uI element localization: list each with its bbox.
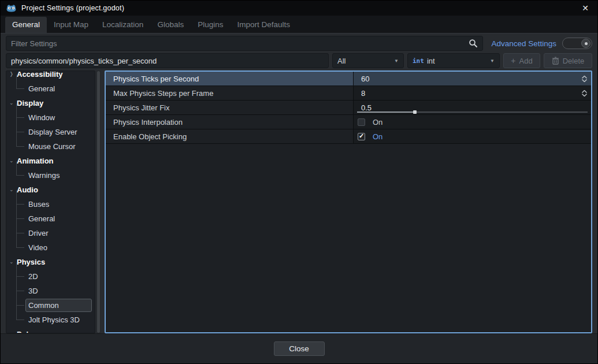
scrollbar-thumb[interactable] <box>97 71 100 333</box>
type-filter-dropdown[interactable]: int int ▼ <box>407 53 500 68</box>
checkbox-editor[interactable]: On <box>353 115 591 129</box>
tab-general[interactable]: General <box>5 17 47 33</box>
setting-label: Physics Jitter Fix <box>106 101 353 114</box>
chevron-down-icon: ⌄ <box>9 158 14 164</box>
property-path-value: physics/common/physics_ticks_per_second <box>11 57 157 65</box>
plus-icon: + <box>511 57 515 65</box>
project-settings-window: Project Settings (project.godot) ✕ Gener… <box>0 0 598 364</box>
checkbox-label: On <box>373 132 382 141</box>
tab-plugins[interactable]: Plugins <box>191 17 230 33</box>
settings-category-tree: ❭Accessibility General ⌄Display Window D… <box>6 70 95 333</box>
spinbox-editor[interactable]: 60 <box>353 72 591 86</box>
setting-label: Physics Interpolation <box>106 115 353 129</box>
setting-row-physics-jitter-fix[interactable]: Physics Jitter Fix 0.5 <box>106 101 591 115</box>
content-area: ❭Accessibility General ⌄Display Window D… <box>6 70 592 333</box>
advanced-settings-toggle[interactable] <box>562 38 592 49</box>
updown-arrows-icon[interactable] <box>582 76 587 82</box>
godot-logo-icon <box>6 4 16 13</box>
slider-value[interactable]: 0.5 <box>354 103 372 112</box>
checkbox-unchecked-icon[interactable] <box>358 118 365 126</box>
tree-item-general[interactable]: General <box>6 81 95 96</box>
filter-placeholder: Filter Settings <box>11 39 57 48</box>
title-bar: Project Settings (project.godot) ✕ <box>1 1 597 16</box>
tree-item-jolt-physics-3d[interactable]: Jolt Physics 3D <box>6 313 95 327</box>
tree-item-warnings[interactable]: Warnings <box>6 168 95 183</box>
setting-row-physics-interpolation[interactable]: Physics Interpolation On <box>106 115 591 129</box>
tree-item-video[interactable]: Video <box>6 240 95 255</box>
property-row: physics/common/physics_ticks_per_second … <box>6 53 592 68</box>
type-filter-value: int <box>427 57 435 65</box>
category-filter-value: All <box>337 57 346 65</box>
spinbox-value[interactable]: 8 <box>354 89 365 98</box>
delete-button[interactable]: Delete <box>544 53 592 68</box>
sidebar-scrollbar[interactable] <box>96 70 101 333</box>
setting-row-physics-ticks-per-second[interactable]: Physics Ticks per Second 60 <box>106 72 591 86</box>
tree: ❭Accessibility General ⌄Display Window D… <box>6 70 95 333</box>
checkbox-editor[interactable]: On <box>353 129 591 143</box>
property-path-input[interactable]: physics/common/physics_ticks_per_second <box>6 53 329 68</box>
tab-globals[interactable]: Globals <box>150 17 191 33</box>
checkbox-checked-icon[interactable] <box>358 133 365 140</box>
advanced-settings-label: Advanced Settings <box>491 39 556 48</box>
tab-import-defaults[interactable]: Import Defaults <box>230 17 297 33</box>
spinbox-editor[interactable]: 8 <box>353 86 591 100</box>
chevron-down-icon: ▼ <box>394 58 399 64</box>
tab-input-map[interactable]: Input Map <box>47 17 95 33</box>
delete-button-label: Delete <box>563 57 585 65</box>
window-title: Project Settings (project.godot) <box>21 4 124 12</box>
tree-item-mouse-cursor[interactable]: Mouse Cursor <box>6 139 95 154</box>
slider-fill <box>357 112 415 113</box>
close-button[interactable]: Close <box>274 341 325 356</box>
slider-editor[interactable]: 0.5 <box>353 101 591 114</box>
updown-arrows-icon[interactable] <box>582 90 587 96</box>
spinbox-value[interactable]: 60 <box>354 75 369 83</box>
settings-inspector-panel: Physics Ticks per Second 60 Max Physics … <box>105 70 592 333</box>
setting-row-max-physics-steps-per-frame[interactable]: Max Physics Steps per Frame 8 <box>106 86 591 101</box>
settings-tab-bar: General Input Map Localization Globals P… <box>1 16 597 34</box>
setting-row-enable-object-picking[interactable]: Enable Object Picking On <box>106 129 591 144</box>
chevron-down-icon: ⌄ <box>9 187 14 192</box>
chevron-down-icon: ▼ <box>490 58 495 64</box>
tab-localization[interactable]: Localization <box>95 17 150 33</box>
filter-row: Filter Settings Advanced Settings <box>6 36 592 51</box>
toggle-knob <box>581 39 590 48</box>
window-close-icon[interactable]: ✕ <box>579 3 592 13</box>
slider-track[interactable] <box>357 112 588 113</box>
trash-icon <box>552 57 559 65</box>
setting-label: Max Physics Steps per Frame <box>106 86 353 100</box>
chevron-down-icon: ❭ <box>9 71 14 77</box>
footer-bar: Close <box>1 333 597 363</box>
chevron-down-icon: ⌄ <box>9 100 14 106</box>
add-button[interactable]: + Add <box>503 53 540 68</box>
search-icon <box>469 39 478 48</box>
add-button-label: Add <box>519 57 533 65</box>
chevron-down-icon: ⌄ <box>9 259 14 265</box>
int-type-icon: int <box>413 57 424 65</box>
category-filter-dropdown[interactable]: All ▼ <box>332 53 404 68</box>
setting-label: Physics Ticks per Second <box>106 72 353 86</box>
tree-item-debug[interactable]: ⌄Debug <box>6 327 95 333</box>
sidebar-wrap: ❭Accessibility General ⌄Display Window D… <box>6 70 101 333</box>
slider-grabber[interactable] <box>413 110 417 114</box>
setting-label: Enable Object Picking <box>106 129 353 143</box>
filter-settings-input[interactable]: Filter Settings <box>6 36 483 51</box>
dialog-body: Filter Settings Advanced Settings physic… <box>1 34 597 363</box>
chevron-down-icon: ⌄ <box>9 331 14 333</box>
checkbox-label: On <box>373 118 382 127</box>
